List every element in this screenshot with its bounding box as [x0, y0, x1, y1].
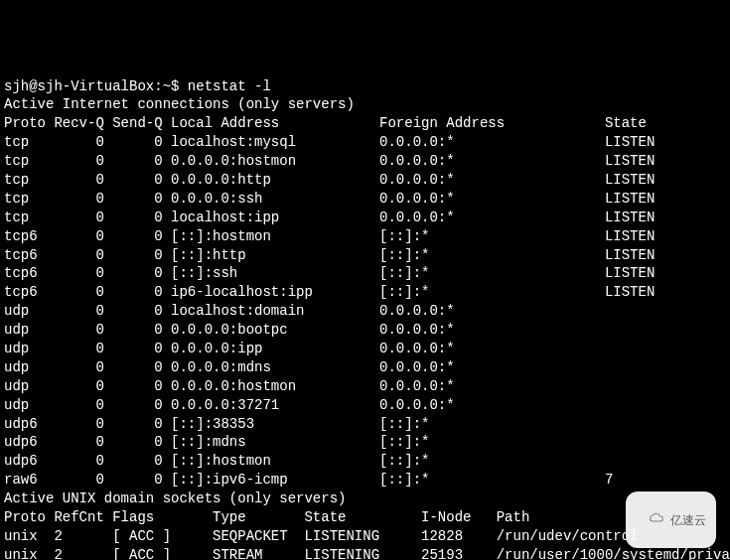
- inet-row: raw6 0 0 [::]:ipv6-icmp [::]:* 7: [4, 471, 726, 490]
- inet-row: udp 0 0 0.0.0.0:37271 0.0.0.0:*: [4, 396, 726, 415]
- command-line: sjh@sjh-VirtualBox:~$ netstat -l: [4, 77, 726, 96]
- inet-header: Proto Recv-Q Send-Q Local Address Foreig…: [4, 114, 726, 133]
- section-title: Active UNIX domain sockets (only servers…: [4, 490, 726, 508]
- inet-row: udp 0 0 0.0.0.0:hostmon 0.0.0.0:*: [4, 377, 726, 396]
- inet-row: udp 0 0 0.0.0.0:bootpc 0.0.0.0:*: [4, 321, 726, 340]
- section-title: Active Internet connections (only server…: [4, 95, 726, 114]
- inet-row: udp6 0 0 [::]:38353 [::]:*: [4, 415, 726, 434]
- watermark-text: 亿速云: [670, 512, 706, 528]
- inet-row: udp 0 0 0.0.0.0:ipp 0.0.0.0:*: [4, 340, 726, 358]
- inet-row: tcp6 0 0 ip6-localhost:ipp [::]:* LISTEN: [4, 283, 726, 302]
- inet-row: tcp6 0 0 [::]:http [::]:* LISTEN: [4, 246, 726, 265]
- watermark-badge: 亿速云: [626, 491, 716, 548]
- inet-row: tcp 0 0 localhost:ipp 0.0.0.0:* LISTEN: [4, 209, 726, 227]
- unix-row: unix 2 [ ACC ] SEQPACKET LISTENING 12828…: [4, 527, 726, 546]
- inet-row: tcp6 0 0 [::]:ssh [::]:* LISTEN: [4, 264, 726, 283]
- inet-row: udp6 0 0 [::]:hostmon [::]:*: [4, 452, 726, 471]
- inet-row: tcp 0 0 0.0.0.0:ssh 0.0.0.0:* LISTEN: [4, 190, 726, 209]
- inet-row: udp 0 0 localhost:domain 0.0.0.0:*: [4, 302, 726, 321]
- unix-header: Proto RefCnt Flags Type State I-Node Pat…: [4, 508, 726, 527]
- inet-row: tcp 0 0 0.0.0.0:hostmon 0.0.0.0:* LISTEN: [4, 152, 726, 171]
- inet-row: tcp 0 0 0.0.0.0:http 0.0.0.0:* LISTEN: [4, 171, 726, 190]
- inet-row: udp6 0 0 [::]:mdns [::]:*: [4, 433, 726, 452]
- unix-row: unix 2 [ ACC ] STREAM LISTENING 25193 /r…: [4, 546, 726, 560]
- terminal-output[interactable]: sjh@sjh-VirtualBox:~$ netstat -lActive I…: [4, 77, 726, 560]
- inet-row: tcp 0 0 localhost:mysql 0.0.0.0:* LISTEN: [4, 133, 726, 152]
- inet-row: udp 0 0 0.0.0.0:mdns 0.0.0.0:*: [4, 358, 726, 377]
- inet-row: tcp6 0 0 [::]:hostmon [::]:* LISTEN: [4, 227, 726, 246]
- cloud-icon: [636, 495, 666, 544]
